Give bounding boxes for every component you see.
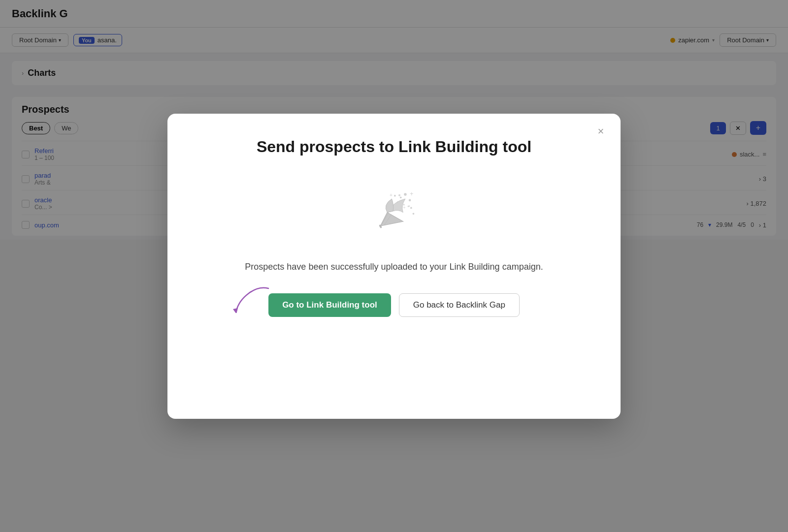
- svg-text:+: +: [390, 191, 393, 197]
- svg-text:+: +: [410, 190, 413, 197]
- svg-point-3: [400, 196, 402, 198]
- svg-point-2: [410, 207, 412, 209]
- svg-rect-9: [407, 205, 410, 207]
- svg-marker-14: [381, 212, 403, 226]
- go-to-link-building-button[interactable]: Go to Link Building tool: [268, 293, 391, 317]
- modal-buttons: Go to Link Building tool Go back to Back…: [268, 293, 520, 317]
- modal-message: Prospects have been successfully uploade…: [245, 260, 543, 274]
- svg-point-6: [394, 195, 396, 197]
- svg-rect-8: [398, 194, 401, 196]
- svg-marker-18: [233, 308, 238, 313]
- modal-dialog: × Send prospects to Link Building tool: [167, 114, 621, 419]
- svg-text:+: +: [403, 205, 405, 210]
- svg-point-0: [404, 193, 407, 196]
- modal-close-button[interactable]: ×: [593, 124, 609, 139]
- svg-point-7: [413, 213, 415, 215]
- go-back-to-backlink-gap-button[interactable]: Go back to Backlink Gap: [399, 293, 520, 317]
- modal-title: Send prospects to Link Building tool: [257, 137, 531, 156]
- arrow-decoration: [229, 283, 273, 313]
- celebration-icon: + + +: [360, 176, 428, 245]
- svg-point-1: [409, 199, 411, 201]
